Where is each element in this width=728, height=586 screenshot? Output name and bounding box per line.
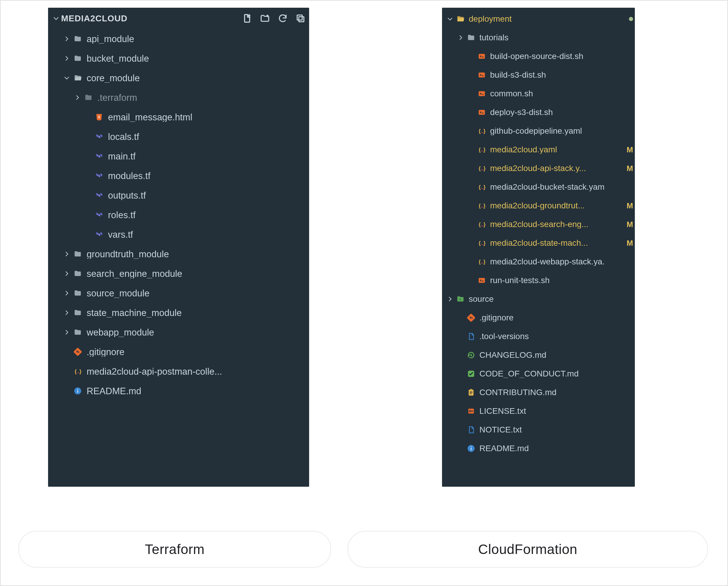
tree-file[interactable]: outputs.tf: [48, 186, 309, 205]
chevron-down-icon[interactable]: [62, 75, 72, 81]
yaml-icon: {..}: [476, 258, 487, 266]
tree-file[interactable]: build-open-source-dist.sh: [442, 47, 635, 65]
tree-file[interactable]: .tool-versions: [442, 327, 635, 346]
tree-file[interactable]: run-unit-tests.sh: [442, 271, 635, 290]
chevron-right-icon[interactable]: [62, 310, 72, 316]
tree-file[interactable]: build-s3-dist.sh: [442, 65, 635, 84]
tree-file[interactable]: {..}github-codepipeline.yaml: [442, 122, 635, 140]
tree-file[interactable]: .gitignore: [442, 308, 635, 327]
tree-file[interactable]: CONTRIBUTING.md: [442, 383, 635, 402]
tree-folder[interactable]: core_module: [48, 68, 309, 88]
tree-folder[interactable]: source_module: [48, 283, 309, 303]
tree-folder[interactable]: tutorials: [442, 28, 635, 47]
tree-item-label: CODE_OF_CONDUCT.md: [479, 370, 578, 378]
tf-icon: [93, 152, 105, 160]
tree-folder[interactable]: deployment: [442, 9, 635, 28]
tree-file[interactable]: README.md: [48, 381, 309, 401]
tree-item-label: media2cloud-api-stack.y...: [490, 164, 586, 172]
svg-text:{: {: [479, 259, 481, 264]
chevron-right-icon[interactable]: [62, 251, 72, 257]
chevron-right-icon[interactable]: [62, 329, 72, 336]
svg-text:}: }: [483, 240, 486, 246]
tree-folder[interactable]: bucket_module: [48, 49, 309, 68]
folder-icon: [72, 35, 84, 43]
yaml-icon: {..}: [476, 145, 487, 154]
tree-folder[interactable]: search_engine_module: [48, 264, 309, 283]
tree-file[interactable]: modules.tf: [48, 166, 309, 186]
tree-file[interactable]: vars.tf: [48, 225, 309, 244]
chevron-right-icon[interactable]: [72, 94, 82, 101]
chevron-right-icon[interactable]: [62, 55, 72, 62]
tree-file[interactable]: {..}media2cloud-search-eng...M: [442, 215, 635, 234]
svg-text:}: }: [483, 259, 486, 264]
git-icon: [466, 314, 476, 322]
tree-file[interactable]: common.sh: [442, 84, 635, 103]
svg-text:{: {: [479, 221, 481, 227]
tree-file[interactable]: CHANGELOG.md: [442, 346, 635, 364]
tree-item-label: vars.tf: [108, 230, 133, 239]
tree-folder[interactable]: state_machine_module: [48, 303, 309, 322]
refresh-icon[interactable]: [278, 14, 288, 23]
caption-label: CloudFormation: [478, 541, 577, 557]
tree-file[interactable]: LICENSE.txt: [442, 402, 635, 420]
svg-text:..: ..: [481, 146, 484, 152]
tree-file[interactable]: CODE_OF_CONDUCT.md: [442, 364, 635, 383]
tree-folder[interactable]: .terraform: [48, 88, 309, 107]
chevron-down-icon[interactable]: [445, 16, 455, 22]
collapse-all-icon[interactable]: [296, 14, 306, 23]
svg-rect-40: [479, 278, 485, 283]
tree-file[interactable]: {..}media2cloud-webapp-stack.ya.: [442, 252, 635, 271]
chevron-right-icon[interactable]: [445, 296, 455, 302]
svg-text:}: }: [483, 146, 486, 152]
tree-folder[interactable]: webapp_module: [48, 322, 309, 342]
tree-file[interactable]: roles.tf: [48, 205, 309, 225]
chevron-right-icon[interactable]: [62, 290, 72, 296]
tree-item-label: build-open-source-dist.sh: [490, 52, 583, 60]
tree-file[interactable]: {..}media2cloud.yamlM: [442, 140, 635, 159]
tree-item-label: api_module: [86, 34, 134, 44]
tree-file[interactable]: {..}media2cloud-api-postman-colle...: [48, 362, 309, 381]
clipboard-icon: [466, 388, 476, 397]
tree-folder[interactable]: source: [442, 290, 635, 308]
tree-item-label: .gitignore: [86, 347, 125, 356]
tree-item-label: CHANGELOG.md: [479, 351, 547, 359]
tree-file[interactable]: NOTICE.txt: [442, 420, 635, 439]
tree-file[interactable]: README.md: [442, 439, 635, 458]
tree-item-label: state_machine_module: [86, 308, 182, 317]
svg-rect-10: [77, 390, 78, 393]
new-folder-icon[interactable]: [260, 14, 270, 23]
tree-file[interactable]: {..}media2cloud-groundtrut...M: [442, 196, 635, 215]
svg-text:{: {: [479, 146, 481, 152]
sh-icon: [476, 89, 487, 98]
explorer-header[interactable]: MEDIA2CLOUD: [48, 8, 309, 29]
chevron-right-icon[interactable]: [62, 270, 72, 277]
svg-text:{: {: [479, 165, 481, 171]
tree-file[interactable]: main.tf: [48, 146, 309, 166]
sh-icon: [476, 52, 487, 60]
tree-file[interactable]: {..}media2cloud-state-mach...M: [442, 234, 635, 252]
tree-file[interactable]: locals.tf: [48, 127, 309, 146]
tree-file[interactable]: {..}media2cloud-api-stack.y...M: [442, 159, 635, 178]
tree-file[interactable]: .gitignore: [48, 342, 309, 362]
git-modified-badge: M: [627, 239, 633, 247]
tree-item-label: NOTICE.txt: [479, 426, 522, 434]
tree-file[interactable]: deploy-s3-dist.sh: [442, 103, 635, 122]
svg-rect-1: [299, 17, 304, 22]
tree-item-label: media2cloud-api-postman-colle...: [86, 367, 222, 376]
tree-file[interactable]: {..}media2cloud-bucket-stack.yam: [442, 178, 635, 196]
folder-icon: [72, 54, 84, 62]
tree-folder[interactable]: api_module: [48, 29, 309, 49]
tree-file[interactable]: 5email_message.html: [48, 107, 309, 127]
tree-item-label: outputs.tf: [108, 191, 146, 200]
svg-text:}: }: [483, 165, 486, 171]
git-modified-badge: M: [627, 202, 633, 210]
chevron-right-icon[interactable]: [62, 35, 72, 42]
folder-icon: [72, 328, 84, 337]
new-file-icon[interactable]: [242, 14, 252, 23]
tree-folder[interactable]: groundtruth_module: [48, 244, 309, 264]
tree-item-label: github-codepipeline.yaml: [490, 127, 582, 135]
tf-icon: [93, 211, 105, 219]
folder-icon: [466, 33, 476, 42]
svg-text:{: {: [479, 240, 481, 246]
chevron-right-icon[interactable]: [456, 34, 466, 41]
